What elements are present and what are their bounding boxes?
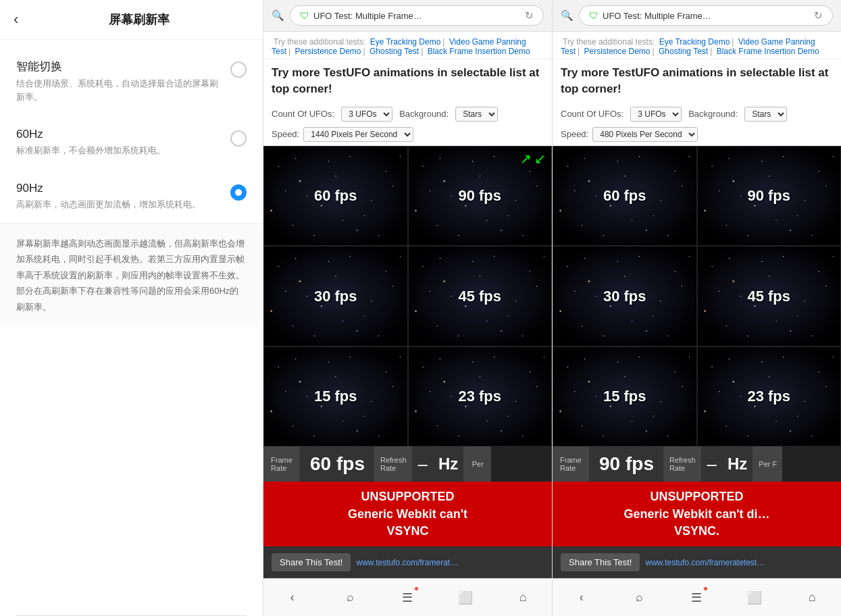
- speed-select-2[interactable]: 480 Pixels Per Second: [592, 127, 698, 142]
- browser-panel-2: 🔍 🛡 UFO Test: Multiple Frame… ↻ Try thes…: [553, 0, 841, 616]
- per-1: Per: [464, 446, 491, 482]
- video-cell-2-2: 30 fps: [553, 246, 697, 346]
- speed-row-2: Speed: 480 Pixels Per Second: [553, 126, 841, 146]
- video-cell-1-2: 30 fps: [263, 246, 408, 346]
- video-cell-2-5: 23 fps: [697, 346, 842, 447]
- fps-label-2-2: 30 fps: [603, 288, 646, 305]
- fps-label-1-2: 30 fps: [314, 288, 357, 305]
- link-bfi-2[interactable]: Black Frame Insertion Demo: [717, 47, 819, 56]
- refresh-rate-label-1: RefreshRate: [375, 446, 413, 482]
- video-cell-2-4: 15 fps: [553, 346, 697, 447]
- bg-label-1: Background:: [399, 109, 449, 119]
- bg-select-2[interactable]: Stars: [744, 107, 787, 122]
- intro-text-1: Try these additional tests:: [274, 37, 365, 47]
- speed-select-1[interactable]: 1440 Pixels Per Second: [303, 127, 413, 142]
- bg-label-2: Background:: [688, 109, 738, 119]
- fps-label-2-4: 15 fps: [603, 388, 646, 405]
- nav-tab-2[interactable]: ⬜: [741, 586, 768, 610]
- fps-label-2-0: 60 fps: [603, 187, 646, 205]
- video-cell-1-5: 23 fps: [408, 346, 553, 447]
- radio-2[interactable]: [230, 184, 247, 201]
- description-box: 屏幕刷新率越高则动态画面显示越流畅，但高刷新率也会增加系统耗电，同时引起手机发热…: [0, 223, 263, 327]
- share-url-1: www.testufo.com/framerat…: [356, 558, 458, 567]
- bg-select-1[interactable]: Stars: [455, 107, 498, 122]
- option-90hz[interactable]: 90Hz 高刷新率，动态画面更加流畅，增加系统耗电。: [0, 170, 263, 224]
- count-label-1: Count Of UFOs:: [272, 109, 334, 119]
- reload-icon-1[interactable]: ↻: [525, 9, 534, 22]
- link-eye-tracking-2[interactable]: Eye Tracking Demo: [659, 37, 730, 47]
- intro-text-2: Try these additional tests:: [563, 37, 655, 47]
- search-icon-2: 🔍: [561, 9, 574, 22]
- fps-value-2: 90 fps: [590, 446, 664, 482]
- option-smart-switch[interactable]: 智能切换 结合使用场景、系统耗电，自动选择最合适的屏幕刷新率。: [0, 47, 263, 116]
- share-button-2[interactable]: Share This Test!: [561, 553, 640, 571]
- per-2: Per F: [753, 446, 782, 482]
- video-area-1: 60 fps 90 fps ↗ ↙ 30 fps 45 fps: [263, 146, 552, 447]
- speed-label-1: Speed:: [272, 129, 299, 139]
- frame-rate-label-1: FrameRate: [263, 446, 301, 482]
- expand-button-1[interactable]: ↗ ↙: [520, 152, 546, 165]
- address-input-1[interactable]: 🛡 UFO Test: Multiple Frame… ↻: [290, 5, 544, 26]
- nav-back-1[interactable]: ‹: [279, 586, 306, 610]
- video-cell-1-3: 45 fps: [408, 246, 553, 346]
- link-persistence-2[interactable]: Persistence Demo: [584, 47, 650, 56]
- nav-menu-2[interactable]: ☰: [683, 586, 710, 610]
- speed-row-1: Speed: 1440 Pixels Per Second: [263, 126, 552, 146]
- address-text-1: UFO Test: Multiple Frame…: [313, 11, 521, 21]
- content-links-2: Try these additional tests: Eye Tracking…: [553, 32, 841, 59]
- count-select-2[interactable]: 3 UFOs: [630, 107, 682, 122]
- address-bar-1: 🔍 🛡 UFO Test: Multiple Frame… ↻: [263, 0, 552, 32]
- video-cell-2-1: 90 fps: [697, 146, 842, 247]
- nav-search-1[interactable]: ⌕: [336, 586, 363, 610]
- address-bar-2: 🔍 🛡 UFO Test: Multiple Frame… ↻: [553, 0, 841, 32]
- nav-home-2[interactable]: ⌂: [798, 586, 825, 610]
- nav-tab-1[interactable]: ⬜: [452, 586, 479, 610]
- hz-2: Hz: [722, 446, 753, 482]
- shield-icon-1: 🛡: [300, 10, 309, 21]
- option-60hz[interactable]: 60Hz 标准刷新率，不会额外增加系统耗电。: [0, 116, 263, 170]
- left-header: ‹ 屏幕刷新率: [0, 0, 263, 40]
- link-eye-tracking-1[interactable]: Eye Tracking Demo: [370, 37, 441, 47]
- address-input-2[interactable]: 🛡 UFO Test: Multiple Frame… ↻: [579, 5, 833, 26]
- option-desc-2: 高刷新率，动态画面更加流畅，增加系统耗电。: [16, 198, 224, 211]
- stats-bar-2: FrameRate 90 fps RefreshRate – Hz Per F: [553, 446, 841, 482]
- share-button-1[interactable]: Share This Test!: [272, 553, 351, 571]
- browser-panel-1: 🔍 🛡 UFO Test: Multiple Frame… ↻ Try thes…: [263, 0, 553, 616]
- link-ghosting-2[interactable]: Ghosting Test: [659, 47, 708, 56]
- option-label-0: 智能切换: [16, 59, 224, 74]
- speed-label-2: Speed:: [561, 129, 588, 139]
- link-persistence-1[interactable]: Persistence Demo: [295, 47, 361, 56]
- share-bar-1: Share This Test! www.testufo.com/framera…: [263, 546, 552, 578]
- fps-label-2-1: 90 fps: [747, 187, 790, 205]
- radio-1[interactable]: [230, 130, 247, 147]
- frame-rate-label-2: FrameRate: [553, 446, 590, 482]
- stats-bar-1: FrameRate 60 fps RefreshRate – Hz Per: [263, 446, 552, 482]
- fps-label-1-0: 60 fps: [314, 187, 357, 205]
- option-label-1: 60Hz: [16, 128, 224, 141]
- refresh-rate-label-2: RefreshRate: [664, 446, 702, 482]
- bottom-nav-2: ‹ ⌕ ☰ ⬜ ⌂: [553, 578, 841, 616]
- unsupported-bar-1: UNSUPPORTEDGeneric Webkit can'tVSYNC: [263, 482, 552, 546]
- promo-text-1: Try more TestUFO animations in selectabl…: [263, 59, 552, 103]
- radio-0[interactable]: [230, 61, 247, 78]
- back-button[interactable]: ‹: [14, 11, 18, 28]
- count-select-1[interactable]: 3 UFOs: [341, 107, 392, 122]
- controls-row-1: Count Of UFOs: 3 UFOs Background: Stars: [263, 103, 552, 126]
- fps-label-2-5: 23 fps: [747, 388, 790, 405]
- search-icon-1: 🔍: [272, 9, 284, 22]
- hz-1: Hz: [433, 446, 464, 482]
- reload-icon-2[interactable]: ↻: [814, 9, 823, 22]
- description-text: 屏幕刷新率越高则动态画面显示越流畅，但高刷新率也会增加系统耗电，同时引起手机发热…: [16, 236, 247, 315]
- left-panel: ‹ 屏幕刷新率 智能切换 结合使用场景、系统耗电，自动选择最合适的屏幕刷新率。 …: [0, 0, 263, 616]
- nav-home-1[interactable]: ⌂: [509, 586, 536, 610]
- link-bfi-1[interactable]: Black Frame Insertion Demo: [428, 47, 530, 56]
- browsers-area: 🔍 🛡 UFO Test: Multiple Frame… ↻ Try thes…: [263, 0, 841, 616]
- nav-menu-1[interactable]: ☰: [394, 586, 421, 610]
- link-ghosting-1[interactable]: Ghosting Test: [369, 47, 419, 56]
- video-cell-1-0: 60 fps: [263, 146, 408, 247]
- nav-search-2[interactable]: ⌕: [626, 586, 653, 610]
- fps-label-1-4: 15 fps: [314, 388, 357, 405]
- share-bar-2: Share This Test! www.testufo.com/framera…: [553, 546, 841, 578]
- fps-label-2-3: 45 fps: [747, 288, 790, 305]
- nav-back-2[interactable]: ‹: [568, 586, 595, 610]
